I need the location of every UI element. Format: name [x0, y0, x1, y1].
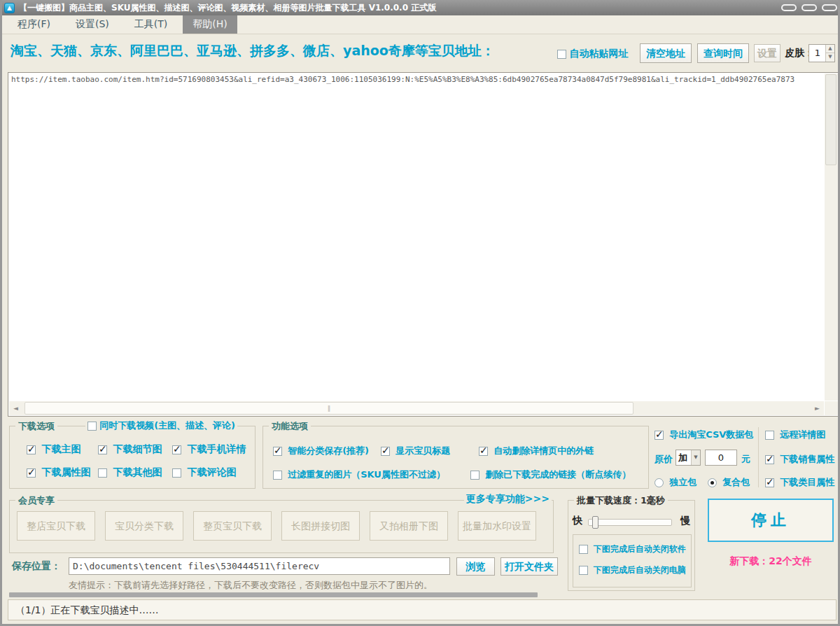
composite-package-radio[interactable] — [708, 478, 717, 487]
window-controls — [781, 4, 840, 11]
menu-help[interactable]: 帮助(H) — [183, 15, 237, 34]
url-text: https://item.taobao.com/item.htm?id=5716… — [11, 75, 822, 84]
download-mobile-checkbox[interactable] — [172, 445, 181, 454]
independent-package-radio[interactable] — [654, 478, 664, 487]
download-option-review: 下载评论图 — [172, 466, 236, 479]
skin-spinner[interactable]: 1 ▲ ▼ — [808, 44, 835, 62]
remove-links-checkbox[interactable] — [479, 447, 488, 456]
long-image-slice-button[interactable]: 长图拼接切图 — [281, 511, 360, 541]
chevron-up-icon[interactable]: ▲ — [826, 45, 834, 53]
status-text: （1/1）正在下载宝贝描述中…… — [15, 604, 159, 615]
new-download-label: 新下载： — [729, 555, 769, 566]
sales-attr-option: 下载销售属性 — [765, 453, 834, 466]
filter-duplicates-label: 过滤重复的图片（SKU属性图不过滤） — [288, 469, 445, 480]
url-textarea[interactable]: https://item.taobao.com/item.htm?id=5716… — [8, 72, 839, 417]
download-option-mobile: 下载手机详情 — [172, 443, 246, 456]
dropdown-arrow-icon: ▼ — [691, 450, 700, 465]
auto-paste-checkbox[interactable] — [557, 50, 566, 59]
speed-group: 批量下载速度：1毫秒 快 慢 下图完成后自动关闭软件 下图完成后自动关闭电脑 — [568, 500, 695, 591]
settings-button[interactable]: 设置 — [754, 44, 780, 62]
download-video-checkbox[interactable] — [88, 422, 97, 431]
download-options-title: 下载选项 — [15, 420, 57, 433]
clear-address-button[interactable]: 清空地址 — [640, 43, 692, 63]
menu-settings[interactable]: 设置(S) — [66, 15, 119, 34]
composite-package-label: 复合包 — [722, 477, 750, 487]
auto-close-app-label: 下图完成后自动关闭软件 — [594, 544, 686, 554]
open-folder-button[interactable]: 打开文件夹 — [500, 557, 558, 576]
sales-attr-checkbox[interactable] — [765, 455, 774, 464]
auto-close-panel: 下图完成后自动关闭软件 下图完成后自动关闭电脑 — [573, 534, 692, 587]
remove-links-label: 自动删除详情页中的外链 — [493, 445, 594, 456]
download-detail-label: 下载细节图 — [113, 443, 162, 454]
export-csv-option: 导出淘宝CSV数据包 — [654, 429, 753, 441]
status-bar: （1/1）正在下载宝贝描述中…… — [8, 599, 836, 620]
download-option-attribute: 下载属性图 — [27, 466, 90, 479]
shop-download-button[interactable]: 整店宝贝下载 — [17, 511, 95, 541]
app-window: ▲ 【一键搬图】商品主图、SKU属性图、描述图、评论图、视频素材、相册等图片批量… — [0, 0, 840, 626]
minimize-icon[interactable] — [781, 4, 797, 11]
category-attr-option: 下载类目属性 — [765, 476, 834, 489]
vertical-scrollbar[interactable] — [825, 74, 838, 401]
export-csv-label: 导出淘宝CSV数据包 — [669, 429, 753, 440]
horizontal-scrollbar-thumb[interactable]: ‖ — [24, 402, 634, 415]
scroll-left-icon[interactable]: ◄ — [9, 401, 22, 415]
sales-attr-label: 下载销售属性 — [780, 454, 834, 464]
independent-package-label: 独立包 — [669, 477, 696, 487]
more-features-link[interactable]: 更多专享功能>>> — [464, 493, 552, 506]
price-input[interactable]: 0 — [705, 450, 737, 466]
page-download-button[interactable]: 整页宝贝下载 — [193, 511, 272, 541]
fast-label: 快 — [573, 515, 582, 527]
export-csv-checkbox[interactable] — [654, 431, 664, 440]
download-review-checkbox[interactable] — [172, 468, 181, 478]
download-main-label: 下载主图 — [41, 443, 80, 454]
category-attr-label: 下载类目属性 — [780, 477, 834, 487]
price-operator-value: 加 — [678, 452, 687, 464]
upyun-album-button[interactable]: 又拍相册下图 — [370, 511, 448, 541]
function-option-smart-save: 智能分类保存(推荐) — [273, 445, 369, 457]
independent-package-option: 独立包 — [654, 476, 696, 489]
close-icon[interactable] — [822, 4, 837, 11]
download-attribute-checkbox[interactable] — [27, 468, 36, 478]
delete-completed-checkbox[interactable] — [470, 471, 479, 480]
scroll-right-icon[interactable]: ► — [811, 401, 824, 415]
show-title-checkbox[interactable] — [381, 447, 390, 456]
menu-program[interactable]: 程序(F) — [8, 15, 60, 34]
download-video-option: 同时下载视频(主图、描述、评论) — [85, 419, 237, 432]
auto-shutdown-checkbox[interactable] — [579, 566, 588, 575]
speed-slider[interactable] — [588, 519, 672, 526]
query-time-button[interactable]: 查询时间 — [697, 43, 749, 63]
member-group-title: 会员专享 — [15, 494, 57, 507]
download-other-label: 下载其他图 — [113, 466, 162, 478]
watermark-settings-button[interactable]: 批量加水印设置 — [458, 511, 536, 541]
vertical-scrollbar-thumb[interactable] — [825, 74, 836, 165]
price-operator-dropdown[interactable]: 加 ▼ — [676, 450, 701, 466]
address-header-label: 淘宝、天猫、京东、阿里巴巴、亚马逊、拼多多、微店、yahoo奇摩等宝贝地址： — [10, 42, 495, 60]
category-download-button[interactable]: 宝贝分类下载 — [105, 511, 183, 541]
maximize-icon[interactable] — [802, 4, 817, 11]
smart-save-checkbox[interactable] — [273, 447, 282, 456]
new-download-value: 22个文件 — [769, 555, 811, 566]
price-unit-label: 元 — [741, 453, 750, 466]
function-options-group: 功能选项 智能分类保存(推荐) 显示宝贝标题 自动删除详情页中的外链 过滤重复的… — [262, 426, 649, 489]
member-buttons-row: 整店宝贝下载 宝贝分类下载 整页宝贝下载 长图拼接切图 又拍相册下图 批量加水印… — [17, 511, 536, 541]
function-options-title: 功能选项 — [269, 420, 311, 433]
stop-button[interactable]: 停止 — [708, 499, 834, 542]
menu-tools[interactable]: 工具(T) — [125, 15, 177, 34]
chevron-down-icon[interactable]: ▼ — [826, 53, 834, 62]
download-option-main: 下载主图 — [27, 443, 80, 456]
speed-slider-thumb[interactable] — [592, 516, 598, 529]
save-path-input[interactable]: D:\documents\tencent files\530444511\fil… — [69, 557, 450, 575]
remote-detail-checkbox[interactable] — [765, 431, 774, 440]
show-title-label: 显示宝贝标题 — [396, 445, 450, 456]
download-main-checkbox[interactable] — [27, 445, 36, 454]
download-option-detail: 下载细节图 — [98, 443, 162, 456]
category-attr-checkbox[interactable] — [765, 478, 774, 487]
browse-button[interactable]: 浏览 — [456, 557, 495, 576]
auto-close-app-checkbox[interactable] — [579, 545, 588, 554]
filter-duplicates-checkbox[interactable] — [273, 471, 282, 480]
download-progress-fill — [9, 592, 538, 597]
horizontal-scrollbar[interactable]: ◄ ‖ ► — [9, 401, 824, 415]
download-other-checkbox[interactable] — [98, 468, 107, 478]
download-detail-checkbox[interactable] — [98, 445, 107, 454]
function-option-delete-completed: 删除已下载完成的链接（断点续传） — [470, 468, 631, 481]
